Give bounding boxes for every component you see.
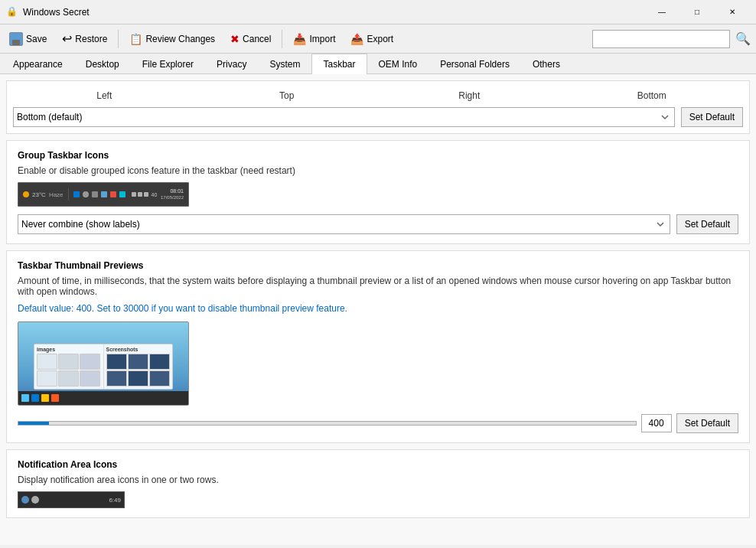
search-icon: 🔍 bbox=[735, 31, 751, 46]
thumb-tb-icon-4 bbox=[51, 394, 59, 402]
thumb-panel-right: Screenshots bbox=[104, 344, 173, 389]
col-right: Right bbox=[378, 90, 561, 101]
export-icon: 📤 bbox=[350, 33, 363, 45]
tab-desktop[interactable]: Desktop bbox=[74, 54, 131, 74]
export-button[interactable]: 📤 Export bbox=[344, 28, 399, 51]
thumbnail-value-display: 400 bbox=[641, 414, 672, 432]
app-title: Windows Secret bbox=[23, 7, 644, 18]
scroll-area[interactable]: Left Top Right Bottom Bottom (default) S… bbox=[0, 74, 756, 545]
review-button[interactable]: 📋 Review Changes bbox=[123, 28, 221, 51]
save-label: Save bbox=[26, 34, 47, 44]
tab-privacy[interactable]: Privacy bbox=[205, 54, 258, 74]
separator-2 bbox=[282, 30, 282, 48]
thumb-file-2 bbox=[58, 354, 79, 370]
position-section: Left Top Right Bottom Bottom (default) S… bbox=[6, 80, 750, 134]
thumb-file-3 bbox=[80, 354, 100, 370]
thumbnail-preview-title: Taskbar Thumbnail Previews bbox=[18, 260, 738, 271]
search-dot bbox=[83, 191, 89, 197]
group-taskbar-set-default-button[interactable]: Set Default bbox=[676, 214, 738, 234]
weather-icon-dot bbox=[23, 191, 29, 197]
title-bar: 🔒 Windows Secret — □ ✕ bbox=[0, 0, 756, 24]
restore-button[interactable]: ↩ Restore bbox=[56, 28, 113, 51]
tab-personal-folders[interactable]: Personal Folders bbox=[429, 54, 521, 74]
sys-dot-1 bbox=[132, 192, 136, 197]
separator-1 bbox=[118, 30, 119, 48]
ts-separator bbox=[68, 188, 69, 201]
col-top: Top bbox=[196, 90, 379, 101]
system-tray-icons: 40 bbox=[132, 192, 158, 197]
thumb-tb-icon-3 bbox=[41, 394, 49, 402]
clock-time: 08:01 bbox=[161, 188, 184, 194]
weather-text: 23°C bbox=[32, 191, 46, 198]
windows-icon-dot bbox=[73, 191, 80, 197]
review-label: Review Changes bbox=[145, 34, 215, 44]
search-button[interactable]: 🔍 bbox=[733, 29, 753, 49]
thumbnail-preview-desc: Amount of time, in milliseconds, that th… bbox=[18, 276, 738, 297]
taskbar-dot-2 bbox=[101, 191, 107, 197]
window-controls: — □ ✕ bbox=[644, 0, 750, 24]
close-button[interactable]: ✕ bbox=[715, 0, 750, 24]
review-icon: 📋 bbox=[129, 33, 142, 45]
toolbar: Save ↩ Restore 📋 Review Changes ✖ Cancel… bbox=[0, 24, 756, 54]
thumb-ss-4 bbox=[106, 370, 127, 387]
thumb-ss-1 bbox=[106, 354, 127, 370]
thumb-ss-3 bbox=[149, 354, 170, 370]
position-dropdown[interactable]: Bottom (default) bbox=[13, 107, 675, 127]
main-content: Left Top Right Bottom Bottom (default) S… bbox=[0, 74, 756, 545]
thumbnail-slider-fill bbox=[18, 422, 49, 425]
position-set-default-button[interactable]: Set Default bbox=[681, 107, 743, 127]
import-label: Import bbox=[309, 34, 335, 44]
sys-clock-time: 40 bbox=[152, 192, 158, 197]
notification-desc: Display notification area icons in one o… bbox=[18, 475, 738, 485]
thumb-screenshots-grid bbox=[106, 354, 171, 387]
thumb-ss-6 bbox=[149, 370, 170, 387]
thumb-file-4 bbox=[37, 370, 57, 387]
col-bottom: Bottom bbox=[561, 90, 744, 101]
app-icon: 🔒 bbox=[6, 6, 18, 18]
group-taskbar-dropdown-row: Never combine (show labels) Set Default bbox=[18, 214, 738, 234]
sys-dot-2 bbox=[138, 192, 142, 197]
sys-dot-3 bbox=[144, 192, 148, 197]
col-left: Left bbox=[13, 90, 196, 101]
minimize-button[interactable]: — bbox=[644, 0, 679, 24]
cancel-button[interactable]: ✖ Cancel bbox=[224, 28, 277, 51]
tab-file-explorer[interactable]: File Explorer bbox=[131, 54, 205, 74]
position-dropdown-row: Bottom (default) Set Default bbox=[13, 107, 743, 127]
search-input[interactable] bbox=[592, 30, 730, 48]
tab-taskbar[interactable]: Taskbar bbox=[311, 54, 367, 74]
import-icon: 📥 bbox=[293, 33, 306, 45]
thumbnail-preview-image: images Screenshots bbox=[18, 321, 189, 406]
thumb-panel-left: images bbox=[34, 344, 103, 389]
thumbnail-preview-note: Default value: 400. Set to 30000 if you … bbox=[18, 303, 738, 314]
thumb-file-6 bbox=[80, 370, 100, 387]
tab-system[interactable]: System bbox=[258, 54, 311, 74]
notification-section: Notification Area Icons Display notifica… bbox=[6, 449, 750, 518]
import-button[interactable]: 📥 Import bbox=[287, 28, 341, 51]
notif-icon-1 bbox=[21, 496, 29, 504]
export-label: Export bbox=[367, 34, 393, 44]
search-area: 🔍 bbox=[592, 29, 753, 49]
group-taskbar-title: Group Taskbar Icons bbox=[18, 150, 738, 161]
thumbnail-set-default-button[interactable]: Set Default bbox=[676, 413, 738, 433]
file-explorer-thumbnail: images Screenshots bbox=[34, 344, 173, 390]
notif-time: 6:49 bbox=[109, 497, 121, 504]
notification-title: Notification Area Icons bbox=[18, 459, 738, 470]
notif-icon-2 bbox=[31, 496, 39, 504]
restore-icon: ↩ bbox=[62, 31, 72, 46]
group-taskbar-dropdown[interactable]: Never combine (show labels) bbox=[18, 214, 670, 234]
save-button[interactable]: Save bbox=[3, 28, 53, 51]
thumb-file-5 bbox=[58, 370, 79, 387]
thumbnail-taskbar bbox=[18, 391, 188, 405]
clock-date: 17/05/2022 bbox=[161, 195, 184, 201]
thumbnail-slider-track[interactable] bbox=[18, 421, 637, 426]
tab-others[interactable]: Others bbox=[521, 54, 572, 74]
thumb-ss-5 bbox=[128, 370, 148, 387]
tab-appearance[interactable]: Appearance bbox=[2, 54, 74, 74]
taskbar-clock: 08:01 17/05/2022 bbox=[161, 188, 184, 201]
position-columns: Left Top Right Bottom bbox=[13, 87, 743, 107]
taskbar-screenshot: 23°C Haze 40 08:01 17/05/2022 bbox=[18, 182, 189, 207]
tab-oem-info[interactable]: OEM Info bbox=[367, 54, 429, 74]
thumb-ss-2 bbox=[128, 354, 148, 370]
maximize-button[interactable]: □ bbox=[679, 0, 715, 24]
thumb-screenshots-label: Screenshots bbox=[106, 347, 171, 352]
